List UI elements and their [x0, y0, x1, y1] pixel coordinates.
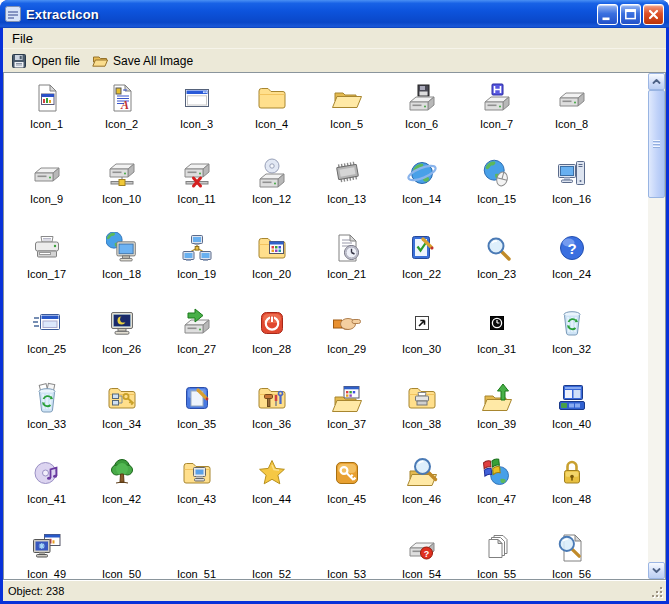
icon-item[interactable]: Icon_29	[309, 302, 384, 377]
document-chart-icon	[31, 82, 63, 114]
maximize-button[interactable]	[620, 4, 641, 25]
folder-tools-icon	[256, 382, 288, 414]
icon-item[interactable]: Icon_28	[234, 302, 309, 377]
icon-item[interactable]: Icon_37	[309, 377, 384, 452]
scrollbar-thumb[interactable]	[648, 90, 665, 198]
document-clock-icon	[331, 232, 363, 264]
icon-item[interactable]: Icon_56	[534, 527, 609, 579]
globe-mouse-icon	[481, 157, 513, 189]
icon-item[interactable]: Icon_23	[459, 227, 534, 302]
icon-label: Icon_48	[552, 493, 591, 505]
icon-item[interactable]: Icon_46	[384, 452, 459, 527]
icon-item[interactable]: Icon_39	[459, 377, 534, 452]
icon-label: Icon_11	[177, 193, 215, 205]
icon-item[interactable]: Icon_2	[84, 77, 159, 152]
icon-label: Icon_13	[327, 193, 366, 205]
icon-item[interactable]: Icon_17	[9, 227, 84, 302]
icon-item[interactable]: Icon_10	[84, 152, 159, 227]
key-button-icon	[331, 457, 363, 489]
icon-item[interactable]: Icon_12	[234, 152, 309, 227]
icon-item[interactable]: Icon_3	[159, 77, 234, 152]
icon-item[interactable]: Icon_5	[309, 77, 384, 152]
icon-label: Icon_1	[30, 118, 63, 130]
blank-icon	[181, 532, 213, 564]
icon-item[interactable]: Icon_24	[534, 227, 609, 302]
icon-item[interactable]: Icon_30	[384, 302, 459, 377]
icon-item[interactable]: Icon_51	[159, 527, 234, 579]
icon-item[interactable]: Icon_33	[9, 377, 84, 452]
folder-printer-icon	[406, 382, 438, 414]
icon-item[interactable]: Icon_27	[159, 302, 234, 377]
icon-item[interactable]: Icon_9	[9, 152, 84, 227]
icon-item[interactable]: Icon_41	[9, 452, 84, 527]
taskbar-icon	[556, 382, 588, 414]
icon-label: Icon_28	[252, 343, 291, 355]
icon-item[interactable]: Icon_13	[309, 152, 384, 227]
icon-item[interactable]: Icon_8	[534, 77, 609, 152]
icon-item[interactable]: Icon_35	[159, 377, 234, 452]
icon-label: Icon_10	[102, 193, 141, 205]
resize-grip[interactable]	[651, 586, 665, 600]
icon-item[interactable]: Icon_20	[234, 227, 309, 302]
icon-item[interactable]: Icon_1	[9, 77, 84, 152]
icon-item[interactable]: Icon_16	[534, 152, 609, 227]
document-letter-icon	[106, 82, 138, 114]
magnifier-icon	[481, 232, 513, 264]
close-button[interactable]	[643, 4, 664, 25]
icon-label: Icon_15	[477, 193, 516, 205]
icon-item[interactable]: Icon_26	[84, 302, 159, 377]
icon-label: Icon_55	[477, 568, 516, 579]
icon-item[interactable]: Icon_49	[9, 527, 84, 579]
recycle-bin-empty-icon	[556, 307, 588, 339]
icon-item[interactable]: Icon_18	[84, 227, 159, 302]
icon-item[interactable]: Icon_48	[534, 452, 609, 527]
icon-item[interactable]: Icon_44	[234, 452, 309, 527]
icon-item[interactable]: Icon_45	[309, 452, 384, 527]
icon-item[interactable]: Icon_7	[459, 77, 534, 152]
icon-label: Icon_35	[177, 418, 216, 430]
icon-item[interactable]: Icon_14	[384, 152, 459, 227]
icon-item[interactable]: Icon_52	[234, 527, 309, 579]
minimize-button[interactable]	[597, 4, 618, 25]
icon-item[interactable]: Icon_53	[309, 527, 384, 579]
monitor-window-icon	[31, 532, 63, 564]
icon-label: Icon_12	[252, 193, 291, 205]
help-icon	[556, 232, 588, 264]
panel-edit-icon	[181, 382, 213, 414]
icon-item[interactable]: Icon_42	[84, 452, 159, 527]
icon-item[interactable]: Icon_11	[159, 152, 234, 227]
icon-item[interactable]: Icon_55	[459, 527, 534, 579]
open-file-button[interactable]: Open file	[5, 51, 86, 71]
icon-item[interactable]: Icon_31	[459, 302, 534, 377]
menu-file[interactable]: File	[5, 30, 40, 47]
vertical-scrollbar[interactable]	[648, 73, 665, 579]
cd-drive-icon	[256, 157, 288, 189]
icon-item[interactable]: Icon_21	[309, 227, 384, 302]
save-all-image-button[interactable]: Save All Image	[86, 51, 199, 71]
icon-item[interactable]: Icon_4	[234, 77, 309, 152]
icon-item[interactable]: Icon_32	[534, 302, 609, 377]
icon-item[interactable]: Icon_40	[534, 377, 609, 452]
icon-item[interactable]: Icon_25	[9, 302, 84, 377]
icon-item[interactable]: Icon_43	[159, 452, 234, 527]
icon-item[interactable]: Icon_6	[384, 77, 459, 152]
maximize-icon	[622, 6, 639, 23]
titlebar[interactable]: ExtractIcon	[0, 0, 669, 28]
monitor-moon-icon	[106, 307, 138, 339]
icon-item[interactable]: Icon_50	[84, 527, 159, 579]
icon-item[interactable]: Icon_47	[459, 452, 534, 527]
hard-drive-icon	[31, 157, 63, 189]
icon-label: Icon_25	[27, 343, 66, 355]
icon-item[interactable]: Icon_36	[234, 377, 309, 452]
icon-label: Icon_8	[555, 118, 588, 130]
icon-item[interactable]: Icon_15	[459, 152, 534, 227]
blank-icon	[331, 532, 363, 564]
icon-item[interactable]: Icon_54	[384, 527, 459, 579]
icon-item[interactable]: Icon_34	[84, 377, 159, 452]
icon-item[interactable]: Icon_19	[159, 227, 234, 302]
scroll-up-button[interactable]	[648, 73, 665, 90]
icon-item[interactable]: Icon_22	[384, 227, 459, 302]
icon-label: Icon_47	[477, 493, 516, 505]
icon-item[interactable]: Icon_38	[384, 377, 459, 452]
scroll-down-button[interactable]	[648, 562, 665, 579]
